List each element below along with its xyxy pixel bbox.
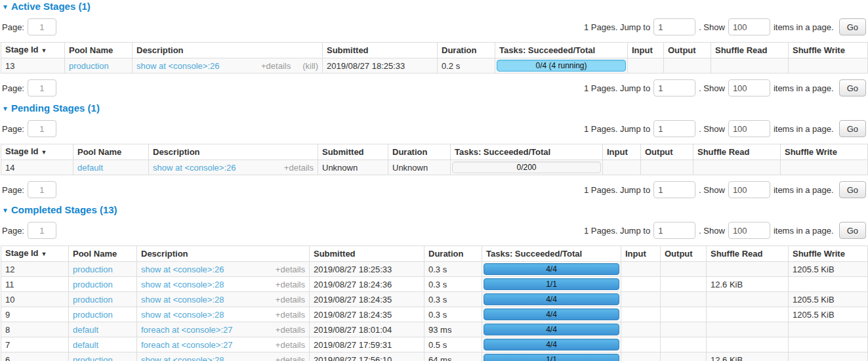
cell-pool-name-link[interactable]: production (73, 295, 113, 305)
cell-shuffle-write: 1205.5 KiB (789, 292, 868, 307)
column-header-submitted[interactable]: Submitted (318, 144, 388, 160)
description-link[interactable]: show at <console>:28 (141, 295, 224, 305)
description-link[interactable]: show at <console>:26 (141, 265, 224, 274)
details-toggle[interactable]: +details (276, 325, 305, 335)
column-header-shuffle-read[interactable]: Shuffle Read (707, 246, 789, 262)
description-link[interactable]: show at <console>:28 (141, 355, 224, 361)
column-header-output[interactable]: Output (664, 43, 711, 58)
table-row: 9productionshow at <console>:28+details2… (1, 307, 868, 322)
show-count-input[interactable] (728, 18, 770, 35)
column-header-input[interactable]: Input (628, 43, 664, 58)
cell-pool-name-link[interactable]: default (73, 325, 98, 335)
column-header-input[interactable]: Input (621, 246, 661, 262)
page-number-input[interactable] (28, 79, 56, 96)
cell-pool-name-link[interactable]: production (73, 355, 113, 361)
jump-to-input[interactable] (653, 181, 695, 198)
show-count-input[interactable] (728, 79, 770, 96)
column-header-shuffle-write[interactable]: Shuffle Write (789, 43, 868, 58)
details-toggle[interactable]: +details (276, 295, 305, 305)
column-header-label: Pool Name (69, 45, 113, 55)
description-link[interactable]: show at <console>:26 (136, 61, 219, 71)
completed-stages-heading[interactable]: ▼Completed Stages (13) (2, 205, 867, 216)
tasks-progress-bar: 1/1 (484, 278, 619, 290)
column-header-pool-name[interactable]: Pool Name (69, 246, 137, 262)
cell-pool-name-link[interactable]: production (73, 280, 113, 289)
cell-input (628, 58, 664, 74)
column-header-submitted[interactable]: Submitted (323, 43, 438, 58)
cell-description: show at <console>:26+details (137, 262, 310, 277)
kill-link[interactable]: (kill) (302, 61, 318, 71)
column-header-pool-name[interactable]: Pool Name (65, 43, 133, 58)
column-header-output[interactable]: Output (661, 246, 707, 262)
tasks-progress-label: 0/4 (4 running) (497, 60, 625, 71)
description-link[interactable]: show at <console>:28 (141, 280, 224, 289)
details-toggle[interactable]: +details (276, 355, 305, 361)
go-button[interactable]: Go (839, 79, 866, 96)
details-toggle[interactable]: +details (276, 280, 305, 289)
column-header-description[interactable]: Description (137, 246, 310, 262)
column-header-shuffle-read[interactable]: Shuffle Read (711, 43, 789, 58)
cell-output (661, 352, 707, 361)
column-header-tasks-succeeded-total[interactable]: Tasks: Succeeded/Total (451, 144, 603, 160)
go-button[interactable]: Go (839, 181, 866, 198)
go-button[interactable]: Go (839, 120, 866, 137)
description-link[interactable]: foreach at <console>:27 (141, 325, 233, 335)
items-per-page-label: items in a page. (774, 185, 834, 195)
details-toggle[interactable]: +details (276, 265, 305, 274)
column-header-duration[interactable]: Duration (438, 43, 495, 58)
page-number-input[interactable] (28, 181, 56, 198)
cell-description: show at <console>:28+details (137, 292, 310, 307)
column-header-shuffle-write[interactable]: Shuffle Write (781, 144, 868, 160)
column-header-shuffle-read[interactable]: Shuffle Read (693, 144, 781, 160)
description-link[interactable]: show at <console>:26 (153, 163, 236, 173)
column-header-stage-id[interactable]: Stage Id▼ (1, 43, 65, 58)
jump-to-input[interactable] (653, 222, 695, 239)
cell-output (661, 277, 707, 292)
page-number-input[interactable] (28, 18, 56, 35)
cell-pool-name-link[interactable]: default (77, 163, 103, 173)
description-link[interactable]: show at <console>:28 (141, 310, 224, 320)
cell-pool-name-link[interactable]: production (73, 265, 113, 274)
cell-pool-name-link[interactable]: production (69, 61, 109, 71)
column-header-stage-id[interactable]: Stage Id▼ (1, 144, 73, 160)
description-actions: +details (276, 355, 305, 361)
column-header-submitted[interactable]: Submitted (310, 246, 424, 262)
page-number-input[interactable] (28, 222, 56, 239)
cell-pool-name-link[interactable]: production (73, 310, 113, 320)
show-count-input[interactable] (728, 181, 770, 198)
go-button[interactable]: Go (839, 222, 866, 239)
column-header-pool-name[interactable]: Pool Name (73, 144, 149, 160)
column-header-tasks-succeeded-total[interactable]: Tasks: Succeeded/Total (482, 246, 621, 262)
active-stages-heading[interactable]: ▼Active Stages (1) (2, 1, 867, 12)
pending-stages-heading[interactable]: ▼Pending Stages (1) (2, 103, 867, 114)
show-count-input[interactable] (728, 222, 770, 239)
show-label: . Show (699, 185, 725, 195)
column-header-tasks-succeeded-total[interactable]: Tasks: Succeeded/Total (495, 43, 628, 58)
pending-stages-table: Stage Id▼Pool NameDescriptionSubmittedDu… (1, 144, 868, 175)
column-header-label: Shuffle Read (715, 45, 767, 55)
pagination-left: Page: (2, 79, 56, 96)
page-number-input[interactable] (28, 120, 56, 137)
details-toggle[interactable]: +details (276, 340, 305, 350)
column-header-stage-id[interactable]: Stage Id▼ (1, 246, 69, 262)
column-header-shuffle-write[interactable]: Shuffle Write (789, 246, 868, 262)
column-header-duration[interactable]: Duration (424, 246, 482, 262)
jump-to-input[interactable] (653, 120, 695, 137)
jump-to-input[interactable] (653, 79, 695, 96)
jump-to-input[interactable] (653, 18, 695, 35)
cell-shuffle-read (707, 292, 789, 307)
column-header-output[interactable]: Output (641, 144, 693, 160)
column-header-duration[interactable]: Duration (388, 144, 451, 160)
section-title: Active Stages (1) (11, 1, 91, 12)
description-link[interactable]: foreach at <console>:27 (141, 340, 233, 350)
column-header-description[interactable]: Description (133, 43, 323, 58)
cell-pool-name-link[interactable]: default (73, 340, 98, 350)
column-header-description[interactable]: Description (149, 144, 318, 160)
show-count-input[interactable] (728, 120, 770, 137)
details-toggle[interactable]: +details (284, 163, 314, 173)
total-pages-text: 1 Pages. Jump to (584, 124, 650, 134)
go-button[interactable]: Go (839, 18, 866, 35)
details-toggle[interactable]: +details (261, 61, 291, 71)
details-toggle[interactable]: +details (276, 310, 305, 320)
column-header-input[interactable]: Input (603, 144, 641, 160)
